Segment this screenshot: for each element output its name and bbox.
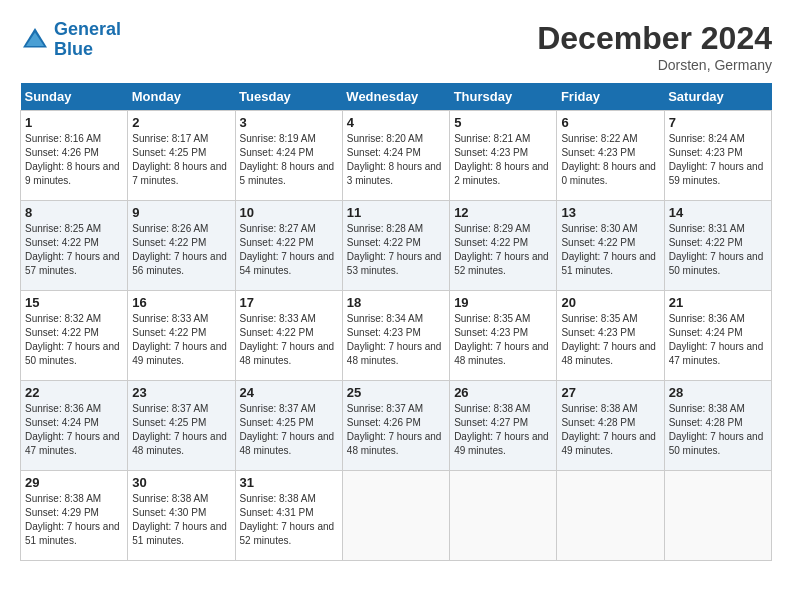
day-number: 10: [240, 205, 338, 220]
day-info: Sunrise: 8:28 AM Sunset: 4:22 PM Dayligh…: [347, 222, 445, 278]
column-header-wednesday: Wednesday: [342, 83, 449, 111]
day-number: 3: [240, 115, 338, 130]
calendar-cell: 21 Sunrise: 8:36 AM Sunset: 4:24 PM Dayl…: [664, 291, 771, 381]
day-number: 16: [132, 295, 230, 310]
calendar-cell: 1 Sunrise: 8:16 AM Sunset: 4:26 PM Dayli…: [21, 111, 128, 201]
calendar-cell: 28 Sunrise: 8:38 AM Sunset: 4:28 PM Dayl…: [664, 381, 771, 471]
column-header-thursday: Thursday: [450, 83, 557, 111]
calendar-cell: 25 Sunrise: 8:37 AM Sunset: 4:26 PM Dayl…: [342, 381, 449, 471]
day-info: Sunrise: 8:25 AM Sunset: 4:22 PM Dayligh…: [25, 222, 123, 278]
day-info: Sunrise: 8:37 AM Sunset: 4:25 PM Dayligh…: [132, 402, 230, 458]
day-number: 6: [561, 115, 659, 130]
day-number: 9: [132, 205, 230, 220]
calendar-cell: [557, 471, 664, 561]
calendar-cell: 22 Sunrise: 8:36 AM Sunset: 4:24 PM Dayl…: [21, 381, 128, 471]
calendar-cell: 11 Sunrise: 8:28 AM Sunset: 4:22 PM Dayl…: [342, 201, 449, 291]
day-number: 13: [561, 205, 659, 220]
logo-icon: [20, 25, 50, 55]
day-number: 5: [454, 115, 552, 130]
calendar-cell: [664, 471, 771, 561]
calendar-cell: 6 Sunrise: 8:22 AM Sunset: 4:23 PM Dayli…: [557, 111, 664, 201]
calendar-cell: [342, 471, 449, 561]
day-number: 2: [132, 115, 230, 130]
day-number: 21: [669, 295, 767, 310]
column-header-friday: Friday: [557, 83, 664, 111]
column-header-monday: Monday: [128, 83, 235, 111]
day-number: 30: [132, 475, 230, 490]
calendar-cell: 31 Sunrise: 8:38 AM Sunset: 4:31 PM Dayl…: [235, 471, 342, 561]
day-number: 18: [347, 295, 445, 310]
day-number: 19: [454, 295, 552, 310]
calendar-cell: 26 Sunrise: 8:38 AM Sunset: 4:27 PM Dayl…: [450, 381, 557, 471]
calendar-cell: 30 Sunrise: 8:38 AM Sunset: 4:30 PM Dayl…: [128, 471, 235, 561]
day-number: 23: [132, 385, 230, 400]
calendar-week-row: 22 Sunrise: 8:36 AM Sunset: 4:24 PM Dayl…: [21, 381, 772, 471]
calendar-cell: 18 Sunrise: 8:34 AM Sunset: 4:23 PM Dayl…: [342, 291, 449, 381]
day-info: Sunrise: 8:38 AM Sunset: 4:28 PM Dayligh…: [669, 402, 767, 458]
day-number: 20: [561, 295, 659, 310]
day-number: 7: [669, 115, 767, 130]
day-number: 14: [669, 205, 767, 220]
day-info: Sunrise: 8:37 AM Sunset: 4:26 PM Dayligh…: [347, 402, 445, 458]
calendar-cell: 15 Sunrise: 8:32 AM Sunset: 4:22 PM Dayl…: [21, 291, 128, 381]
day-number: 1: [25, 115, 123, 130]
day-info: Sunrise: 8:35 AM Sunset: 4:23 PM Dayligh…: [454, 312, 552, 368]
day-info: Sunrise: 8:38 AM Sunset: 4:30 PM Dayligh…: [132, 492, 230, 548]
day-info: Sunrise: 8:27 AM Sunset: 4:22 PM Dayligh…: [240, 222, 338, 278]
day-number: 24: [240, 385, 338, 400]
calendar-cell: 20 Sunrise: 8:35 AM Sunset: 4:23 PM Dayl…: [557, 291, 664, 381]
calendar-week-row: 8 Sunrise: 8:25 AM Sunset: 4:22 PM Dayli…: [21, 201, 772, 291]
day-number: 11: [347, 205, 445, 220]
column-header-saturday: Saturday: [664, 83, 771, 111]
day-info: Sunrise: 8:38 AM Sunset: 4:29 PM Dayligh…: [25, 492, 123, 548]
day-number: 31: [240, 475, 338, 490]
calendar-cell: 17 Sunrise: 8:33 AM Sunset: 4:22 PM Dayl…: [235, 291, 342, 381]
calendar-cell: 29 Sunrise: 8:38 AM Sunset: 4:29 PM Dayl…: [21, 471, 128, 561]
day-info: Sunrise: 8:24 AM Sunset: 4:23 PM Dayligh…: [669, 132, 767, 188]
calendar-cell: 5 Sunrise: 8:21 AM Sunset: 4:23 PM Dayli…: [450, 111, 557, 201]
day-number: 22: [25, 385, 123, 400]
day-info: Sunrise: 8:37 AM Sunset: 4:25 PM Dayligh…: [240, 402, 338, 458]
day-info: Sunrise: 8:36 AM Sunset: 4:24 PM Dayligh…: [669, 312, 767, 368]
day-info: Sunrise: 8:31 AM Sunset: 4:22 PM Dayligh…: [669, 222, 767, 278]
calendar-cell: 10 Sunrise: 8:27 AM Sunset: 4:22 PM Dayl…: [235, 201, 342, 291]
calendar-cell: 27 Sunrise: 8:38 AM Sunset: 4:28 PM Dayl…: [557, 381, 664, 471]
calendar-cell: 19 Sunrise: 8:35 AM Sunset: 4:23 PM Dayl…: [450, 291, 557, 381]
day-number: 12: [454, 205, 552, 220]
day-info: Sunrise: 8:33 AM Sunset: 4:22 PM Dayligh…: [240, 312, 338, 368]
calendar-week-row: 29 Sunrise: 8:38 AM Sunset: 4:29 PM Dayl…: [21, 471, 772, 561]
day-number: 26: [454, 385, 552, 400]
day-info: Sunrise: 8:26 AM Sunset: 4:22 PM Dayligh…: [132, 222, 230, 278]
day-number: 28: [669, 385, 767, 400]
calendar-cell: 14 Sunrise: 8:31 AM Sunset: 4:22 PM Dayl…: [664, 201, 771, 291]
day-info: Sunrise: 8:38 AM Sunset: 4:31 PM Dayligh…: [240, 492, 338, 548]
calendar-cell: [450, 471, 557, 561]
calendar-cell: 2 Sunrise: 8:17 AM Sunset: 4:25 PM Dayli…: [128, 111, 235, 201]
logo-text: General Blue: [54, 20, 121, 60]
logo: General Blue: [20, 20, 121, 60]
location-subtitle: Dorsten, Germany: [537, 57, 772, 73]
title-block: December 2024 Dorsten, Germany: [537, 20, 772, 73]
calendar-cell: 24 Sunrise: 8:37 AM Sunset: 4:25 PM Dayl…: [235, 381, 342, 471]
calendar-cell: 4 Sunrise: 8:20 AM Sunset: 4:24 PM Dayli…: [342, 111, 449, 201]
calendar-week-row: 15 Sunrise: 8:32 AM Sunset: 4:22 PM Dayl…: [21, 291, 772, 381]
column-header-tuesday: Tuesday: [235, 83, 342, 111]
month-title: December 2024: [537, 20, 772, 57]
day-info: Sunrise: 8:16 AM Sunset: 4:26 PM Dayligh…: [25, 132, 123, 188]
day-info: Sunrise: 8:21 AM Sunset: 4:23 PM Dayligh…: [454, 132, 552, 188]
day-number: 4: [347, 115, 445, 130]
column-header-sunday: Sunday: [21, 83, 128, 111]
day-info: Sunrise: 8:29 AM Sunset: 4:22 PM Dayligh…: [454, 222, 552, 278]
calendar-table: SundayMondayTuesdayWednesdayThursdayFrid…: [20, 83, 772, 561]
calendar-cell: 9 Sunrise: 8:26 AM Sunset: 4:22 PM Dayli…: [128, 201, 235, 291]
day-info: Sunrise: 8:34 AM Sunset: 4:23 PM Dayligh…: [347, 312, 445, 368]
day-info: Sunrise: 8:38 AM Sunset: 4:28 PM Dayligh…: [561, 402, 659, 458]
calendar-cell: 3 Sunrise: 8:19 AM Sunset: 4:24 PM Dayli…: [235, 111, 342, 201]
day-info: Sunrise: 8:35 AM Sunset: 4:23 PM Dayligh…: [561, 312, 659, 368]
calendar-week-row: 1 Sunrise: 8:16 AM Sunset: 4:26 PM Dayli…: [21, 111, 772, 201]
calendar-cell: 8 Sunrise: 8:25 AM Sunset: 4:22 PM Dayli…: [21, 201, 128, 291]
day-info: Sunrise: 8:17 AM Sunset: 4:25 PM Dayligh…: [132, 132, 230, 188]
day-number: 25: [347, 385, 445, 400]
calendar-cell: 16 Sunrise: 8:33 AM Sunset: 4:22 PM Dayl…: [128, 291, 235, 381]
day-number: 27: [561, 385, 659, 400]
